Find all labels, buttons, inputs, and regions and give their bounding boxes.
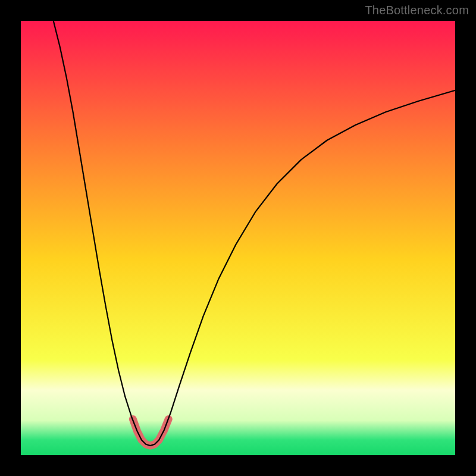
watermark-text: TheBottleneck.com: [365, 4, 469, 17]
chart-frame: [21, 21, 455, 455]
chart-svg: [21, 21, 455, 455]
chart-background: [21, 21, 455, 455]
